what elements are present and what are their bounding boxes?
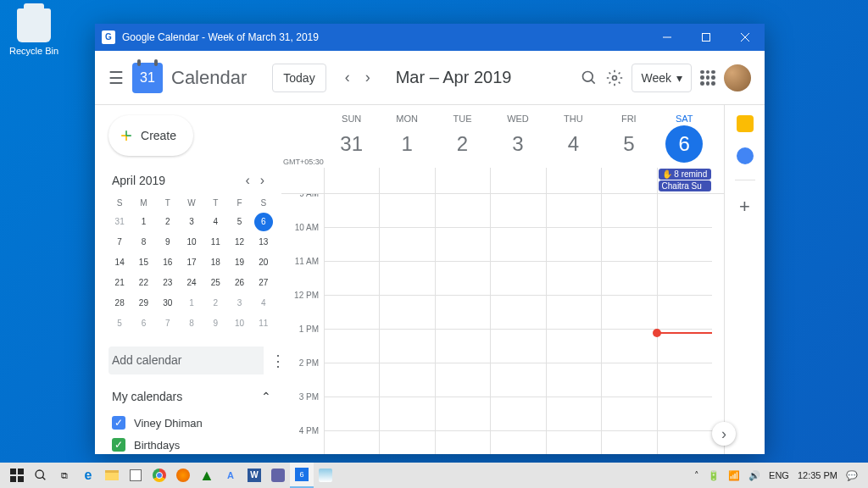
time-cell[interactable] [380, 363, 434, 397]
ads-icon[interactable]: A [219, 463, 242, 488]
time-cell[interactable] [380, 262, 434, 296]
day-column[interactable] [435, 194, 490, 454]
day-column[interactable] [601, 194, 656, 454]
time-cell[interactable] [547, 363, 601, 397]
time-cell[interactable] [491, 296, 545, 330]
today-button[interactable]: Today [272, 64, 326, 92]
mini-day[interactable]: 6 [134, 314, 153, 333]
mini-day[interactable]: 30 [159, 294, 177, 313]
keep-icon[interactable] [737, 115, 754, 132]
time-cell[interactable] [325, 228, 379, 262]
time-cell[interactable] [491, 194, 545, 228]
time-cell[interactable] [658, 431, 712, 454]
day-header[interactable]: WED3 [490, 105, 545, 168]
mini-day[interactable]: 13 [254, 233, 273, 252]
mini-day[interactable]: 18 [206, 253, 225, 272]
time-cell[interactable] [436, 228, 490, 262]
time-cell[interactable] [658, 397, 712, 431]
mini-day[interactable]: 5 [110, 314, 129, 333]
day-header[interactable]: MON1 [379, 105, 434, 168]
time-cell[interactable] [436, 194, 490, 228]
mini-day[interactable]: 11 [206, 233, 225, 252]
mini-day[interactable]: 27 [254, 274, 273, 292]
titlebar[interactable]: G Google Calendar - Week of March 31, 20… [95, 24, 765, 51]
add-calendar-more-icon[interactable]: ⋮ [264, 348, 281, 374]
mini-day[interactable]: 23 [159, 274, 177, 292]
day-number[interactable]: 5 [610, 125, 648, 163]
grid-columns[interactable] [324, 194, 712, 454]
allday-cell[interactable] [490, 168, 545, 193]
event-chip[interactable]: ✋ 8 remind [659, 169, 711, 180]
day-number[interactable]: 2 [444, 125, 481, 163]
wifi-icon[interactable]: 📶 [728, 470, 740, 481]
store-icon[interactable] [124, 463, 147, 488]
hamburger-icon[interactable]: ☰ [108, 68, 124, 88]
time-cell[interactable] [491, 363, 545, 397]
day-number[interactable]: 31 [333, 125, 370, 163]
allday-cell[interactable] [379, 168, 434, 193]
time-cell[interactable] [602, 262, 656, 296]
mini-day[interactable]: 8 [134, 233, 153, 252]
mini-day[interactable]: 10 [182, 233, 201, 252]
calendar-item[interactable]: ✓Viney Dhiman [108, 412, 275, 434]
mini-day[interactable]: 16 [159, 253, 177, 272]
mini-day[interactable]: 3 [182, 213, 201, 231]
add-calendar-input[interactable] [108, 347, 264, 374]
word-icon[interactable]: W [242, 463, 266, 488]
time-cell[interactable] [436, 397, 490, 431]
time-cell[interactable] [325, 296, 379, 330]
explorer-icon[interactable] [100, 463, 124, 488]
time-cell[interactable] [547, 228, 601, 262]
notifications-icon[interactable]: 💬 [846, 470, 858, 481]
allday-cell[interactable] [601, 168, 656, 193]
day-number[interactable]: 6 [665, 125, 703, 163]
time-cell[interactable] [325, 363, 379, 397]
mini-day[interactable]: 19 [231, 253, 249, 272]
mini-day[interactable]: 26 [231, 274, 249, 292]
mini-day[interactable]: 10 [231, 314, 249, 333]
next-period-button[interactable]: › [712, 422, 736, 446]
mini-day[interactable]: 7 [110, 233, 129, 252]
allday-cell[interactable] [324, 168, 379, 193]
prev-week-button[interactable]: ‹ [338, 64, 357, 92]
recycle-bin[interactable]: Recycle Bin [8, 8, 59, 56]
time-cell[interactable] [436, 262, 490, 296]
chrome-icon[interactable] [147, 463, 171, 488]
day-header[interactable]: THU4 [546, 105, 601, 168]
time-cell[interactable] [602, 194, 656, 228]
time-cell[interactable] [380, 296, 434, 330]
firefox-icon[interactable] [171, 463, 195, 488]
time-cell[interactable] [547, 431, 601, 454]
mini-day[interactable]: 29 [134, 294, 153, 313]
time-cell[interactable] [325, 330, 379, 363]
time-cell[interactable] [658, 262, 712, 296]
my-calendars-toggle[interactable]: My calendars⌃ [108, 381, 275, 412]
mini-day[interactable]: 3 [231, 294, 249, 313]
add-addon-icon[interactable]: + [739, 196, 750, 218]
teams-icon[interactable] [266, 463, 290, 488]
day-column[interactable] [324, 194, 379, 454]
time-cell[interactable] [436, 296, 490, 330]
mini-day[interactable]: 22 [134, 274, 153, 292]
time-cell[interactable] [436, 363, 490, 397]
tasks-icon[interactable] [737, 147, 754, 164]
mini-day[interactable]: 9 [159, 233, 177, 252]
time-cell[interactable] [547, 194, 601, 228]
mini-day[interactable]: 8 [182, 314, 201, 333]
calendar-item[interactable]: ✓Birthdays [108, 434, 275, 454]
mini-day[interactable]: 1 [182, 294, 201, 313]
time-cell[interactable] [491, 330, 545, 363]
time-cell[interactable] [491, 431, 545, 454]
mini-day[interactable]: 5 [231, 213, 249, 231]
time-cell[interactable] [602, 363, 656, 397]
language-indicator[interactable]: ENG [769, 470, 789, 480]
time-cell[interactable] [602, 431, 656, 454]
create-button[interactable]: + Create [108, 115, 193, 156]
next-week-button[interactable]: › [359, 64, 377, 92]
time-cell[interactable] [491, 397, 545, 431]
day-header[interactable]: FRI5 [601, 105, 656, 168]
mini-prev-button[interactable]: ‹ [242, 171, 253, 189]
time-cell[interactable] [436, 330, 490, 363]
day-number[interactable]: 4 [554, 125, 592, 163]
mini-day[interactable]: 17 [182, 253, 201, 272]
